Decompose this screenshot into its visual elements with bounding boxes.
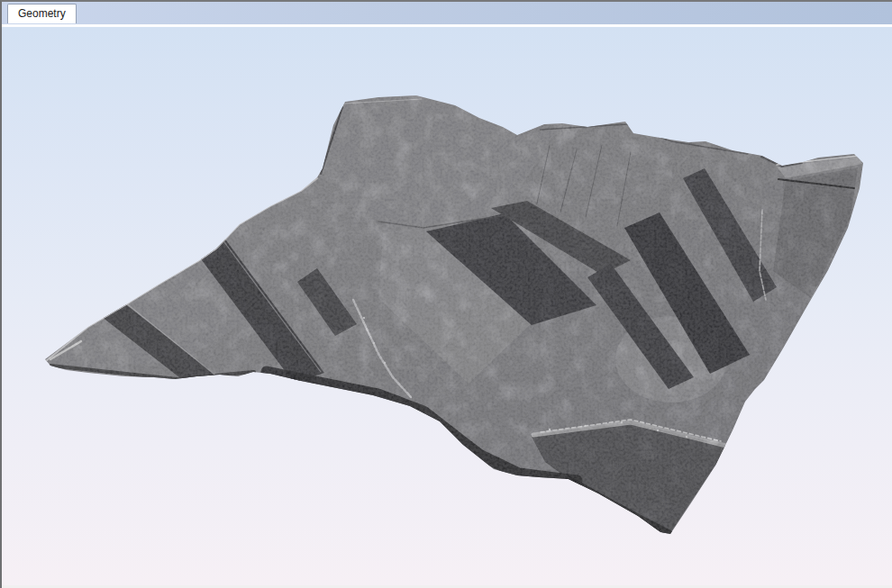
tab-geometry-label: Geometry (18, 7, 66, 20)
tab-strip: Geometry (2, 2, 892, 24)
terrain-grain-light (45, 95, 863, 534)
geometry-3d-viewport[interactable] (2, 27, 892, 585)
terrain-mesh[interactable] (2, 27, 892, 585)
tab-geometry[interactable]: Geometry (7, 4, 77, 23)
app-window: Geometry (0, 0, 892, 588)
